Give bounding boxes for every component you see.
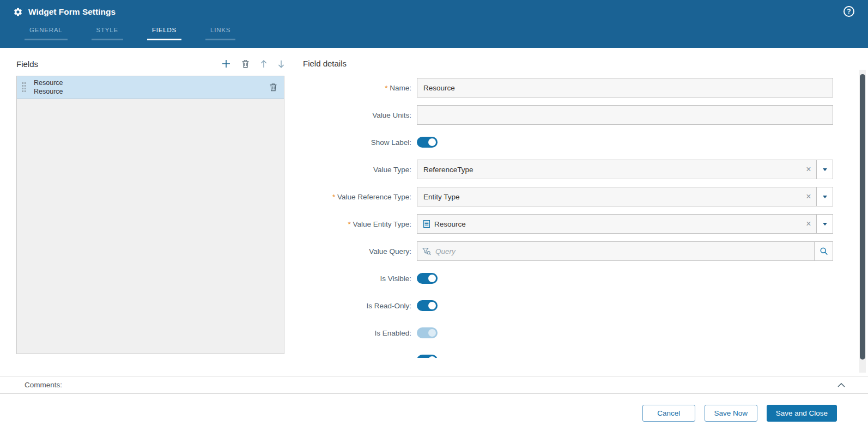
required-marker: * [332, 193, 335, 201]
scrollbar-thumb[interactable] [860, 74, 865, 360]
value-query-label: Value Query: [303, 247, 417, 255]
value-type-control: ReferenceType× [417, 160, 833, 179]
fields-panel: Fields ResourceResource [16, 57, 284, 354]
required-marker: * [348, 220, 350, 228]
value-reference-type-control: Entity Type× [417, 187, 833, 206]
value-reference-type-value: Entity Type [417, 193, 801, 201]
fields-list: ResourceResource [16, 76, 284, 354]
is-read-only-label: Is Read-Only: [303, 302, 417, 310]
required-marker: * [385, 84, 387, 92]
toggle-knob [428, 302, 436, 309]
value-reference-type-label: * Value Reference Type: [303, 193, 417, 201]
is-visible-toggle[interactable] [417, 273, 438, 284]
value-units-control [417, 105, 833, 125]
drag-handle-icon[interactable] [22, 82, 26, 93]
save-and-close-button[interactable]: Save and Close [767, 405, 837, 422]
entity-type-icon [423, 220, 430, 228]
move-up-icon[interactable] [260, 60, 267, 68]
is-visible-control [417, 269, 833, 288]
comments-section[interactable]: Comments: [0, 376, 868, 394]
vertical-scrollbar[interactable] [859, 70, 866, 373]
name-label: * Name: [303, 84, 417, 92]
form-row-value-entity-type: * Value Entity Type:Resource× [303, 214, 833, 234]
chevron-up-icon[interactable] [837, 383, 845, 387]
field-details-panel: Field details * Name:Value Units:Show La… [303, 57, 833, 358]
name-input[interactable] [417, 78, 833, 98]
clear-icon[interactable]: × [801, 165, 816, 174]
form-row-is-visible: Is Visible: [303, 269, 833, 288]
value-units-label: Value Units: [303, 111, 417, 119]
add-icon[interactable] [222, 59, 230, 68]
clipped-field-toggle[interactable] [417, 355, 438, 358]
fields-panel-title: Fields [16, 59, 38, 69]
form-row-value-query: Value Query:Query [303, 241, 833, 261]
list-item-line2: Resource [34, 88, 63, 95]
form-row-clipped-field [303, 350, 833, 358]
field-details-form: * Name:Value Units:Show Label:Value Type… [303, 78, 833, 358]
clear-icon[interactable]: × [801, 192, 816, 201]
dropdown-button[interactable] [816, 160, 833, 179]
name-control [417, 78, 833, 98]
toggle-knob [428, 329, 436, 337]
tab-style[interactable]: STYLE [92, 25, 123, 40]
gear-icon [13, 7, 23, 17]
value-query-input[interactable]: Query [417, 241, 833, 261]
header: Widget Form Settings ? GENERALSTYLEFIELD… [0, 0, 868, 48]
form-row-is-enabled: Is Enabled: [303, 323, 833, 343]
query-placeholder: Query [435, 247, 814, 255]
tab-general[interactable]: GENERAL [25, 25, 68, 40]
tab-fields[interactable]: FIELDS [147, 25, 181, 40]
is-enabled-toggle[interactable] [417, 327, 438, 338]
list-item[interactable]: ResourceResource [17, 76, 284, 99]
field-details-title: Field details [303, 57, 833, 71]
tab-bar: GENERALSTYLEFIELDSLINKS [25, 25, 259, 40]
help-icon[interactable]: ? [843, 6, 854, 17]
show-label-control [417, 132, 833, 152]
form-row-value-units: Value Units: [303, 105, 833, 125]
chevron-down-icon [823, 168, 827, 171]
show-label-label: Show Label: [303, 138, 417, 147]
form-row-name: * Name: [303, 78, 833, 98]
toggle-knob [428, 275, 436, 282]
title-row: Widget Form Settings [0, 0, 868, 17]
is-visible-label: Is Visible: [303, 275, 417, 283]
value-entity-type-combobox[interactable]: Resource× [417, 214, 833, 234]
cancel-button[interactable]: Cancel [642, 405, 695, 422]
is-enabled-control [417, 323, 833, 343]
search-icon[interactable] [814, 242, 833, 260]
is-enabled-label: Is Enabled: [303, 329, 417, 337]
delete-icon[interactable] [241, 59, 250, 68]
value-entity-type-label: * Value Entity Type: [303, 220, 417, 228]
clipped-field-control [417, 350, 833, 358]
help-symbol: ? [847, 8, 851, 15]
value-type-value: ReferenceType [417, 166, 801, 174]
fields-panel-header: Fields [16, 57, 284, 71]
form-row-show-label: Show Label: [303, 132, 833, 152]
show-label-toggle[interactable] [417, 137, 438, 148]
dropdown-button[interactable] [816, 215, 833, 233]
widget-form-settings-dialog: Widget Form Settings ? GENERALSTYLEFIELD… [0, 0, 868, 432]
save-now-button[interactable]: Save Now [705, 405, 757, 422]
is-read-only-control [417, 296, 833, 315]
delete-icon[interactable] [269, 83, 277, 92]
value-type-combobox[interactable]: ReferenceType× [417, 160, 833, 179]
comments-label: Comments: [25, 381, 62, 389]
chevron-down-icon [823, 223, 827, 226]
is-read-only-toggle[interactable] [417, 300, 438, 311]
dropdown-button[interactable] [816, 187, 833, 206]
query-filter-icon [422, 247, 431, 255]
value-query-control: Query [417, 241, 833, 261]
list-item-text: ResourceResource [34, 78, 269, 96]
form-row-value-type: Value Type:ReferenceType× [303, 160, 833, 179]
value-units-input[interactable] [417, 105, 833, 125]
toggle-knob [428, 356, 436, 358]
footer: Cancel Save Now Save and Close [0, 394, 868, 432]
move-down-icon[interactable] [278, 60, 284, 68]
form-row-is-read-only: Is Read-Only: [303, 296, 833, 315]
fields-toolbar [222, 59, 284, 68]
clear-icon[interactable]: × [801, 220, 816, 228]
page-title: Widget Form Settings [28, 7, 116, 17]
value-reference-type-combobox[interactable]: Entity Type× [417, 187, 833, 206]
chevron-down-icon [823, 196, 827, 198]
tab-links[interactable]: LINKS [205, 25, 235, 40]
